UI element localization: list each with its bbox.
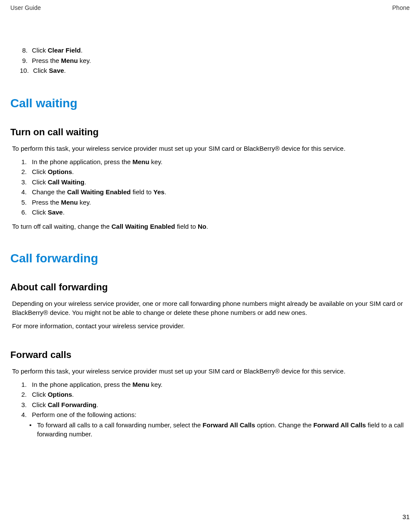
forward-calls-steps: 1. In the phone application, press the M…	[10, 380, 410, 420]
bullet-text: To forward all calls to a call forwardin…	[37, 420, 410, 439]
step-text: Click Options.	[32, 390, 74, 400]
step-number: 2.	[20, 390, 32, 400]
paragraph-turn-off: To turn off call waiting, change the Cal…	[12, 222, 410, 231]
step-text: Change the Call Waiting Enabled field to…	[32, 187, 166, 197]
subheading-turn-on-call-waiting: Turn on call waiting	[10, 127, 410, 138]
list-item: 1. In the phone application, press the M…	[20, 380, 410, 390]
initial-steps-list: 8. Click Clear Field. 9. Press the Menu …	[10, 46, 410, 76]
step-text: In the phone application, press the Menu…	[32, 380, 162, 390]
list-item: 4. Perform one of the following actions:	[20, 410, 410, 420]
list-item: 2. Click Options.	[20, 167, 410, 177]
step-text: In the phone application, press the Menu…	[32, 157, 162, 167]
paragraph: For more information, contact your wirel…	[12, 321, 410, 330]
step-number: 5.	[20, 198, 32, 208]
step-text: Press the Menu key.	[32, 198, 91, 208]
step-text: Press the Menu key.	[32, 56, 91, 66]
step-number: 8.	[20, 46, 32, 56]
step-number: 4.	[20, 187, 32, 197]
step-text: Click Save.	[32, 208, 65, 218]
header-right: Phone	[392, 4, 410, 11]
paragraph: Depending on your wireless service provi…	[12, 299, 410, 317]
list-item: 4. Change the Call Waiting Enabled field…	[20, 187, 410, 197]
paragraph: To perform this task, your wireless serv…	[12, 367, 410, 376]
list-item: 2. Click Options.	[20, 390, 410, 400]
list-item: 10. Click Save.	[20, 66, 410, 76]
step-number: 4.	[20, 410, 32, 420]
list-item: 5. Press the Menu key.	[20, 198, 410, 208]
step-number: 9.	[20, 56, 32, 66]
bullet-dot: •	[29, 420, 37, 439]
section-heading-call-forwarding: Call forwarding	[10, 252, 410, 265]
step-number: 1.	[20, 380, 32, 390]
step-number: 3.	[20, 177, 32, 187]
step-number: 6.	[20, 208, 32, 218]
list-item: 9. Press the Menu key.	[20, 56, 410, 66]
step-number: 10.	[20, 66, 33, 76]
step-number: 3.	[20, 400, 32, 410]
list-item: 8. Click Clear Field.	[20, 46, 410, 56]
list-item: 3. Click Call Waiting.	[20, 177, 410, 187]
paragraph: To perform this task, your wireless serv…	[12, 144, 410, 153]
header-left: User Guide	[10, 4, 41, 11]
step-number: 2.	[20, 167, 32, 177]
step-text: Click Call Forwarding.	[32, 400, 98, 410]
step-text: Click Save.	[33, 66, 66, 76]
list-item: 1. In the phone application, press the M…	[20, 157, 410, 167]
subheading-forward-calls: Forward calls	[10, 349, 410, 361]
list-item: 6. Click Save.	[20, 208, 410, 218]
step-number: 1.	[20, 157, 32, 167]
step-text: Click Options.	[32, 167, 74, 177]
step-text: Click Call Waiting.	[32, 177, 86, 187]
step-text: Click Clear Field.	[32, 46, 83, 56]
list-item: • To forward all calls to a call forward…	[29, 420, 410, 439]
subheading-about-call-forwarding: About call forwarding	[10, 282, 410, 293]
step-text: Perform one of the following actions:	[32, 410, 137, 420]
section-heading-call-waiting: Call waiting	[10, 96, 410, 110]
call-waiting-steps: 1. In the phone application, press the M…	[10, 157, 410, 218]
list-item: 3. Click Call Forwarding.	[20, 400, 410, 410]
forward-calls-bullets: • To forward all calls to a call forward…	[29, 420, 410, 439]
page-number: 31	[402, 513, 410, 520]
